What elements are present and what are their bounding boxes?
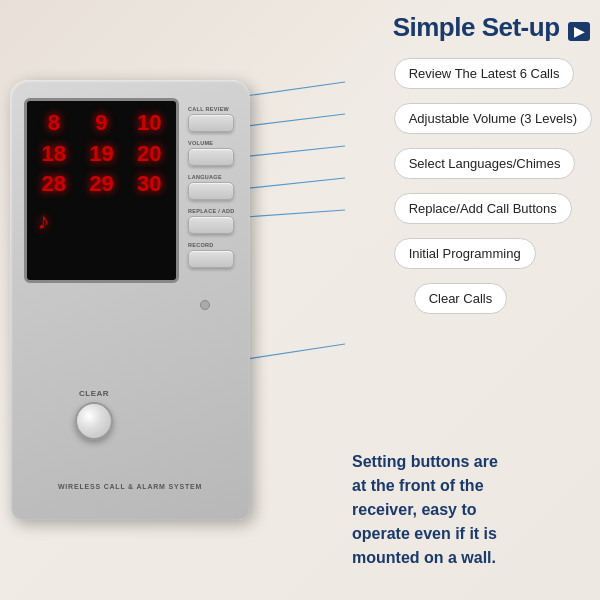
title-area: Simple Set-up ▶: [393, 12, 590, 43]
record-button[interactable]: [188, 250, 234, 268]
setting-text-content: Setting buttons areat the front of there…: [352, 453, 498, 566]
page-title: Simple Set-up: [393, 12, 560, 42]
annotation-language: Select Languages/Chimes: [394, 148, 576, 179]
call-review-button[interactable]: [188, 114, 234, 132]
title-badge: ▶: [568, 22, 590, 41]
music-icon: ♪: [27, 207, 176, 235]
screen-num-3: 10: [126, 109, 172, 138]
device-indicator-dot: [200, 300, 210, 310]
clear-knob[interactable]: [75, 402, 113, 440]
annotation-volume: Adjustable Volume (3 Levels): [394, 103, 592, 134]
device-screen: 8 9 10 18 19 20 28 29 30 ♪: [24, 98, 179, 283]
screen-num-2: 9: [79, 109, 125, 138]
screen-num-5: 19: [79, 140, 125, 169]
language-button[interactable]: [188, 182, 234, 200]
buttons-panel: CALL REVIEW VOLUME LANGUAGE REPLACE / AD…: [188, 98, 240, 268]
screen-num-4: 18: [31, 140, 77, 169]
screen-num-1: 8: [31, 109, 77, 138]
btn-label-language: LANGUAGE: [188, 174, 240, 180]
btn-label-replace-add: REPLACE / ADD: [188, 208, 240, 214]
btn-label-volume: VOLUME: [188, 140, 240, 146]
annotation-replace: Replace/Add Call Buttons: [394, 193, 572, 224]
screen-num-9: 30: [126, 170, 172, 199]
annotation-clear: Clear Calls: [414, 283, 508, 314]
annotation-programming: Initial Programming: [394, 238, 536, 269]
volume-button[interactable]: [188, 148, 234, 166]
device-bottom-label: WIRELESS CALL & ALARM SYSTEM: [58, 483, 202, 490]
device: 8 9 10 18 19 20 28 29 30 ♪ CALL REVIEW V…: [0, 60, 300, 560]
screen-num-8: 29: [79, 170, 125, 199]
annotations-container: Review The Latest 6 Calls Adjustable Vol…: [394, 58, 592, 328]
screen-grid: 8 9 10 18 19 20 28 29 30: [27, 101, 176, 203]
screen-num-7: 28: [31, 170, 77, 199]
setting-text: Setting buttons areat the front of there…: [352, 450, 592, 570]
screen-num-6: 20: [126, 140, 172, 169]
btn-label-record: RECORD: [188, 242, 240, 248]
btn-label-call-review: CALL REVIEW: [188, 106, 240, 112]
annotation-review: Review The Latest 6 Calls: [394, 58, 575, 89]
clear-label: CLEAR: [75, 389, 113, 398]
replace-add-button[interactable]: [188, 216, 234, 234]
clear-section: CLEAR: [75, 389, 113, 440]
device-body: 8 9 10 18 19 20 28 29 30 ♪ CALL REVIEW V…: [10, 80, 250, 520]
